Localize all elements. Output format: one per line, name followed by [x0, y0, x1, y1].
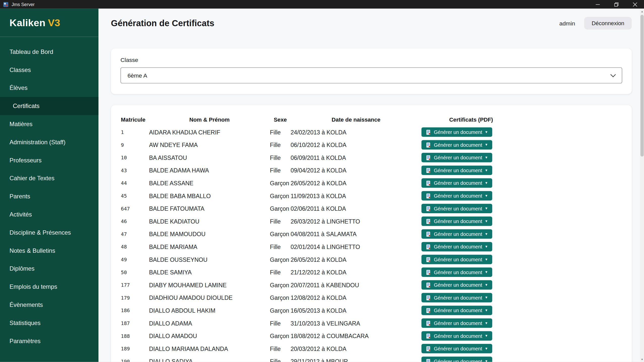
- matricule-cell: 189: [121, 342, 149, 355]
- name-cell: DIALLO AMADOU: [149, 330, 270, 342]
- matricule-cell: 46: [121, 215, 149, 228]
- generate-document-button[interactable]: Générer un document ▼: [422, 267, 492, 277]
- app-icon: [3, 2, 9, 7]
- generate-document-button[interactable]: Générer un document ▼: [422, 306, 492, 315]
- sidebar-item[interactable]: Parents: [0, 187, 99, 205]
- generate-document-button[interactable]: Générer un document ▼: [422, 127, 492, 137]
- generate-document-button[interactable]: Générer un document ▼: [422, 242, 492, 251]
- table-row: 189 DIALLO MARIAMA DALANDA Fille 20/03/2…: [121, 342, 521, 355]
- generate-document-label: Générer un document: [434, 129, 482, 135]
- action-cell: Générer un document ▼: [422, 355, 521, 362]
- sidebar-item-label: Élèves: [10, 85, 28, 91]
- sidebar-item[interactable]: Administration (Staff): [0, 133, 99, 151]
- scrollbar-up-arrow[interactable]: ▲: [640, 9, 644, 14]
- app-body: KalikenV3 Tableau de Bord Classes Élèves: [0, 9, 644, 362]
- sidebar-item[interactable]: Emplois du temps: [0, 278, 99, 296]
- certificate-icon: [426, 257, 431, 262]
- generate-document-button[interactable]: Générer un document ▼: [422, 357, 492, 362]
- sexe-cell: Garçon: [270, 202, 291, 215]
- generate-document-button[interactable]: Générer un document ▼: [422, 191, 492, 201]
- scrollbar-down-arrow[interactable]: ▼: [640, 357, 644, 362]
- generate-document-button[interactable]: Générer un document ▼: [422, 318, 492, 328]
- chevron-down-icon: [610, 74, 616, 77]
- matricule-cell: 44: [121, 177, 149, 190]
- caret-down-icon: ▼: [485, 245, 488, 248]
- vertical-scrollbar[interactable]: ▲ ▼: [640, 9, 644, 362]
- sidebar-item[interactable]: Discipline & Présences: [0, 224, 99, 242]
- close-button[interactable]: [626, 0, 644, 9]
- generate-document-button[interactable]: Générer un document ▼: [422, 280, 492, 290]
- generate-document-label: Générer un document: [434, 257, 482, 262]
- minimize-button[interactable]: [588, 0, 607, 9]
- sidebar-item[interactable]: Diplômes: [0, 260, 99, 278]
- certificate-icon: [426, 282, 431, 288]
- sidebar-item-label: Emplois du temps: [10, 283, 57, 290]
- certificate-icon: [426, 358, 431, 362]
- sexe-cell: Garçon: [270, 291, 291, 304]
- table-row: 190 DIALLO SADIYA Fille 29/11/2012 à MBO…: [121, 355, 521, 362]
- sidebar-item[interactable]: Classes: [0, 61, 99, 79]
- caret-down-icon: ▼: [485, 169, 488, 172]
- table-row: 44 BALDE ASSANE Garçon 26/05/2012 à KOLD…: [121, 177, 521, 190]
- sidebar-item-label: Professeurs: [10, 157, 42, 163]
- scrollbar-thumb[interactable]: [640, 15, 644, 157]
- caret-down-icon: ▼: [485, 182, 488, 185]
- generate-document-button[interactable]: Générer un document ▼: [422, 216, 492, 226]
- table-row: 186 DIALLO ABDOUL HAKIM Garçon 16/05/201…: [121, 304, 521, 317]
- generate-document-button[interactable]: Générer un document ▼: [422, 140, 492, 150]
- generate-document-label: Générer un document: [434, 167, 482, 173]
- sidebar-item[interactable]: Tableau de Bord: [0, 43, 99, 61]
- generate-document-button[interactable]: Générer un document ▼: [422, 331, 492, 341]
- restore-icon: [614, 2, 618, 6]
- action-cell: Générer un document ▼: [422, 291, 521, 304]
- birthdate-cell: 02/06/2011 à KOLDA: [291, 202, 422, 215]
- sidebar-item[interactable]: Évènements: [0, 296, 99, 314]
- action-cell: Générer un document ▼: [422, 177, 521, 190]
- sidebar-item[interactable]: Cahier de Textes: [0, 169, 99, 187]
- caret-down-icon: ▼: [485, 130, 488, 134]
- action-cell: Générer un document ▼: [422, 126, 521, 138]
- matricule-cell: 179: [121, 291, 149, 304]
- generate-document-button[interactable]: Générer un document ▼: [422, 204, 492, 213]
- logout-button[interactable]: Déconnexion: [584, 17, 632, 30]
- column-header-sexe: Sexe: [270, 113, 291, 126]
- caret-down-icon: ▼: [485, 347, 488, 350]
- sidebar-item[interactable]: Élèves: [0, 79, 99, 97]
- maximize-button[interactable]: [607, 0, 626, 9]
- action-cell: Générer un document ▼: [422, 304, 521, 317]
- generate-document-button[interactable]: Générer un document ▼: [422, 166, 492, 175]
- sidebar-item[interactable]: Professeurs: [0, 151, 99, 169]
- sexe-cell: Fille: [270, 342, 291, 355]
- generate-document-button[interactable]: Générer un document ▼: [422, 178, 492, 188]
- sidebar-item[interactable]: Statistiques: [0, 314, 99, 332]
- sidebar-item-label: Diplômes: [10, 265, 34, 272]
- sexe-cell: Garçon: [270, 278, 291, 291]
- sidebar-item[interactable]: Matières: [0, 115, 99, 133]
- sidebar-item-label: Statistiques: [10, 320, 41, 326]
- generate-document-label: Générer un document: [434, 142, 482, 148]
- table-row: 10 BA AISSATOU Fille 06/09/2011 à KOLDA: [121, 151, 521, 164]
- birthdate-cell: 18/08/2012 à COUMBACARA: [291, 330, 422, 342]
- generate-document-button[interactable]: Générer un document ▼: [422, 153, 492, 162]
- sidebar-item[interactable]: Paramètres: [0, 332, 99, 350]
- sidebar-item[interactable]: Certificats: [0, 97, 99, 115]
- generate-document-button[interactable]: Générer un document ▼: [422, 229, 492, 239]
- students-table: Matricule Nom & Prénom Sexe Date de nais…: [121, 113, 521, 362]
- sexe-cell: Garçon: [270, 304, 291, 317]
- table-row: 43 BALDE ADAMA HAWA Fille 09/04/2012 à K…: [121, 164, 521, 177]
- generate-document-button[interactable]: Générer un document ▼: [422, 255, 492, 264]
- name-cell: BALDE ASSANE: [149, 177, 270, 190]
- sidebar-item[interactable]: Notes & Bulletins: [0, 242, 99, 260]
- generate-document-label: Générer un document: [434, 320, 482, 326]
- sexe-cell: Garçon: [270, 228, 291, 240]
- birthdate-cell: 16/05/2013 à KOLDA: [291, 304, 422, 317]
- generate-document-button[interactable]: Générer un document ▼: [422, 344, 492, 353]
- brand-version: V3: [48, 17, 60, 28]
- class-select[interactable]: 6ème A: [121, 67, 622, 84]
- sexe-cell: Fille: [270, 240, 291, 253]
- sidebar-item[interactable]: Activités: [0, 205, 99, 224]
- matricule-cell: 177: [121, 278, 149, 291]
- caret-down-icon: ▼: [485, 207, 488, 210]
- generate-document-button[interactable]: Générer un document ▼: [422, 293, 492, 303]
- sidebar-item-label: Notes & Bulletins: [10, 247, 55, 254]
